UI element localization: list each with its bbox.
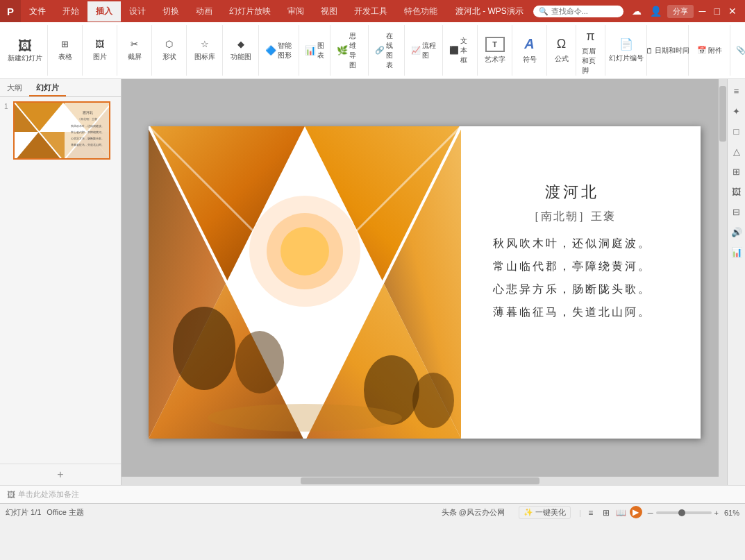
menu-tab-devtools[interactable]: 开发工具 xyxy=(346,1,396,22)
slide-thumbnail-1[interactable]: 渡河北 〔南北朝〕王褒 秋风吹木叶，还似洞庭波。 常山临代郡，亭障绕黄河。 心悲… xyxy=(13,101,110,160)
textbox-icon: T xyxy=(485,37,505,52)
ribbon-group-datetime: 📅 附件 xyxy=(689,25,730,76)
menu-tab-review[interactable]: 审阅 xyxy=(279,1,312,22)
menu-tab-transition[interactable]: 切换 xyxy=(154,1,187,22)
symbol-button[interactable]: Ω 公式 xyxy=(549,34,574,67)
app-icon: P xyxy=(0,0,21,22)
search-input[interactable] xyxy=(551,7,621,15)
textbox-button[interactable]: T 艺术字 xyxy=(481,34,509,67)
formula-button[interactable]: π 页眉和页脚 xyxy=(578,26,603,78)
menu-tab-features[interactable]: 特色功能 xyxy=(396,1,446,22)
slidenumber-button[interactable]: 🗒 日期和时间 xyxy=(650,43,685,58)
slideshow-btn[interactable]: ▶ xyxy=(630,506,642,518)
svg-text:薄暮临征马，失道北山阿。: 薄暮临征马，失道北山阿。 xyxy=(71,143,104,146)
relation-button[interactable]: 🔗 在线图表 xyxy=(371,28,401,73)
formula-icon: π xyxy=(586,29,594,44)
svg-point-29 xyxy=(173,307,235,390)
comment-placeholder[interactable]: 单击此处添加备注 xyxy=(18,489,79,500)
svg-text:秋风吹木叶，还似洞庭波。: 秋风吹木叶，还似洞庭波。 xyxy=(71,124,104,128)
title-center: 渡河北 - WPS演示 xyxy=(446,6,533,17)
rp-btn-layers[interactable]: □ xyxy=(731,124,742,139)
comment-bar: 🖼 单击此处添加备注 xyxy=(0,485,745,503)
onlinechart-button[interactable]: 📈 流程图 xyxy=(408,38,440,63)
image-button[interactable]: 🖼 图片 xyxy=(87,36,112,65)
zoom-slider[interactable] xyxy=(656,511,712,514)
add-slide-button[interactable]: + xyxy=(0,464,121,485)
menu-tab-view[interactable]: 视图 xyxy=(312,1,346,22)
table-button[interactable]: ⊞ 表格 xyxy=(53,36,78,65)
rp-btn-image[interactable]: 🖼 xyxy=(729,184,744,200)
poem-line-4: 薄暮临征马，失道北山阿。 xyxy=(458,305,687,320)
normal-view-btn[interactable]: ≡ xyxy=(584,506,598,520)
rp-btn-chart[interactable]: 📊 xyxy=(728,244,745,260)
h-scrollbar-thumb[interactable] xyxy=(301,477,539,484)
funchart-button[interactable]: ◆ 功能图 xyxy=(227,36,255,65)
search-box[interactable]: 🔍 xyxy=(533,6,623,17)
svg-point-32 xyxy=(412,373,454,428)
slide-browser-btn[interactable]: ⊞ xyxy=(599,506,613,520)
menu-tab-animation[interactable]: 动画 xyxy=(187,1,221,22)
h-scrollbar[interactable] xyxy=(122,477,719,485)
ribbon-group-funchart: ◆ 功能图 xyxy=(223,25,259,76)
screenshot-icon: ✂ xyxy=(131,39,138,49)
attachment-button[interactable]: 📎 对象 xyxy=(733,38,746,63)
zoom-minus-btn[interactable]: ─ xyxy=(648,509,653,517)
tab-outline[interactable]: 大纲 xyxy=(0,79,29,96)
new-slide-button[interactable]: 🖼 新建幻灯片 xyxy=(4,35,46,66)
shape-button[interactable]: ⬡ 形状 xyxy=(157,36,182,65)
slide-x-graphic xyxy=(149,126,461,439)
datetime-button[interactable]: 📅 附件 xyxy=(694,43,726,58)
arttext-button[interactable]: A 符号 xyxy=(517,33,542,67)
rp-btn-star[interactable]: ✦ xyxy=(730,103,743,119)
ribbon-group-flowchart: ⬛ 文本框 xyxy=(443,25,478,76)
max-btn[interactable]: □ xyxy=(712,4,723,18)
menu-tab-insert[interactable]: 插入 xyxy=(87,1,121,22)
mindmap-button[interactable]: 🌿 思维导图 xyxy=(333,28,365,73)
rp-btn-grid[interactable]: ⊞ xyxy=(730,164,743,180)
zoom-thumb[interactable] xyxy=(678,509,685,516)
chart-button[interactable]: 📊 图表 xyxy=(302,38,327,63)
ribbon: 🖼 新建幻灯片 ⊞ 表格 🖼 图片 ✂ 截屏 xyxy=(0,22,745,79)
flowchart-button[interactable]: ⬛ 文本框 xyxy=(446,33,474,68)
poem-line-1: 秋风吹木叶，还似洞庭波。 xyxy=(458,237,687,251)
rp-btn-triangle[interactable]: △ xyxy=(730,144,743,160)
rp-btn-settings[interactable]: ≡ xyxy=(731,83,742,99)
menu-tab-slideshow[interactable]: 幻灯片放映 xyxy=(221,1,279,22)
zoom-plus-btn[interactable]: + xyxy=(714,509,719,517)
ribbon-group-attachment: 📎 对象 xyxy=(730,25,745,76)
rp-btn-sound[interactable]: 🔊 xyxy=(728,224,745,240)
v-scrollbar-thumb[interactable] xyxy=(719,86,726,142)
file-menu[interactable]: 文件 xyxy=(21,1,54,22)
onlinechart-icon: 📈 xyxy=(411,46,421,55)
v-scrollbar[interactable] xyxy=(719,79,727,485)
min-btn[interactable]: ─ xyxy=(696,4,709,18)
ribbon-group-shape: ⬡ 形状 xyxy=(152,25,187,76)
smartshape-button[interactable]: 🔷 智能图形 xyxy=(262,38,296,63)
menu-tab-design[interactable]: 设计 xyxy=(121,1,154,22)
left-panel: 大纲 幻灯片 1 xyxy=(0,79,122,485)
svg-text:常山临代郡，亭障绕黄河。: 常山临代郡，亭障绕黄河。 xyxy=(71,130,104,134)
view-buttons: ≡ ⊞ 📖 ▶ xyxy=(584,506,642,520)
close-btn[interactable]: ✕ xyxy=(726,4,739,18)
ribbon-group-onlinechart: 📈 流程图 xyxy=(405,25,443,76)
status-bar: 幻灯片 1/1 Office 主题 头条 @风云办公网 ✨ 一键美化 | ≡ ⊞… xyxy=(0,503,745,521)
main-layout: 大纲 幻灯片 1 xyxy=(0,79,745,485)
ribbon-group-arttext: A 符号 xyxy=(512,25,547,76)
menu-tabs: 开始 插入 设计 切换 动画 幻灯片放映 审阅 视图 开发工具 特色功能 xyxy=(54,1,446,22)
poem-text-area: 渡河北 ［南北朝］王褒 秋风吹木叶，还似洞庭波。 常山临代郡，亭障绕黄河。 心悲… xyxy=(458,182,687,328)
screenshot-button[interactable]: ✂ 截屏 xyxy=(122,36,147,65)
headerfooter-button[interactable]: 📄 幻灯片编号 xyxy=(608,35,644,66)
user-btn[interactable]: 👤 xyxy=(647,4,664,18)
menu-tab-start[interactable]: 开始 xyxy=(54,1,87,22)
bottom-right-text: 头条 @风云办公网 xyxy=(442,507,505,518)
new-slide-icon: 🖼 xyxy=(18,38,32,53)
beauty-button[interactable]: ✨ 一键美化 xyxy=(519,506,571,519)
zoom-value[interactable]: 61% xyxy=(724,509,739,517)
cloud-btn[interactable]: ☁ xyxy=(629,4,644,18)
iconlib-button[interactable]: ☆ 图标库 xyxy=(191,36,219,65)
tab-slides[interactable]: 幻灯片 xyxy=(29,79,66,96)
reading-view-btn[interactable]: 📖 xyxy=(614,506,628,520)
rp-btn-minus[interactable]: ⊟ xyxy=(730,204,743,220)
panel-tabs: 大纲 幻灯片 xyxy=(0,79,121,97)
share-btn[interactable]: 分享 xyxy=(667,5,694,18)
